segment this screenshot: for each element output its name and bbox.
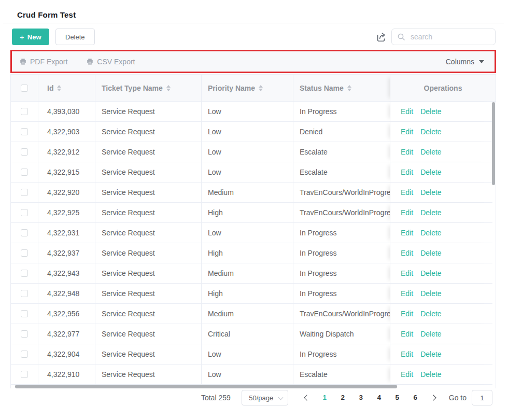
edit-link[interactable]: Edit: [401, 269, 413, 277]
page-number-1[interactable]: 1: [316, 390, 334, 405]
cell-select: [11, 102, 38, 121]
columns-dropdown[interactable]: Columns: [446, 58, 487, 66]
row-checkbox[interactable]: [21, 169, 28, 176]
edit-link[interactable]: Edit: [401, 370, 413, 379]
header-cell-id[interactable]: Id: [38, 75, 95, 101]
header-label-operations: Operations: [424, 84, 462, 92]
header-label-priority: Priority Name: [208, 84, 255, 92]
header-cell-ticket-type[interactable]: Ticket Type Name: [95, 75, 202, 101]
edit-link[interactable]: Edit: [401, 350, 413, 358]
edit-link[interactable]: Edit: [401, 289, 413, 298]
delete-link[interactable]: Delete: [420, 269, 441, 277]
next-page-button[interactable]: [427, 396, 440, 400]
row-checkbox[interactable]: [21, 249, 28, 257]
edit-link[interactable]: Edit: [401, 330, 413, 338]
delete-link[interactable]: Delete: [420, 310, 441, 318]
row-checkbox[interactable]: [21, 351, 28, 358]
edit-link[interactable]: Edit: [401, 168, 413, 176]
select-all-checkbox[interactable]: [21, 85, 28, 92]
cell-id: 4,322,931: [38, 223, 95, 243]
row-checkbox[interactable]: [21, 128, 28, 135]
page-number-2[interactable]: 2: [334, 390, 352, 405]
delete-link[interactable]: Delete: [420, 229, 441, 237]
cell-id: 4,322,920: [38, 183, 95, 202]
row-checkbox[interactable]: [21, 270, 28, 277]
row-checkbox[interactable]: [21, 108, 28, 115]
edit-link[interactable]: Edit: [401, 310, 413, 318]
new-button[interactable]: + New: [12, 29, 49, 45]
cell-select: [11, 162, 38, 182]
share-button[interactable]: [375, 31, 387, 43]
cell-ticket-type: Service Request: [95, 102, 202, 121]
delete-link[interactable]: Delete: [420, 168, 441, 176]
edit-link[interactable]: Edit: [401, 249, 413, 257]
row-checkbox[interactable]: [21, 310, 28, 317]
delete-link[interactable]: Delete: [420, 370, 441, 379]
delete-link[interactable]: Delete: [420, 107, 441, 116]
delete-link[interactable]: Delete: [420, 350, 441, 358]
table-row: 4,322,915 Service Request Low Escalate E…: [11, 162, 492, 183]
sort-icon[interactable]: [259, 85, 263, 91]
cell-select: [11, 324, 38, 344]
row-checkbox[interactable]: [21, 229, 28, 236]
delete-link[interactable]: Delete: [420, 289, 441, 298]
pdf-export-label: PDF Export: [30, 58, 67, 66]
cell-priority: Low: [202, 365, 293, 384]
cell-ticket-type: Service Request: [95, 304, 202, 324]
table-row: 4,322,977 Service Request Critical Waiti…: [11, 324, 492, 344]
row-checkbox[interactable]: [21, 209, 28, 216]
delete-link[interactable]: Delete: [420, 330, 441, 338]
sort-icon[interactable]: [57, 85, 61, 91]
delete-button[interactable]: Delete: [55, 29, 95, 45]
actions-toolbar: + New Delete: [12, 29, 496, 45]
prev-page-button[interactable]: [300, 396, 314, 400]
cell-operations: Edit Delete: [390, 183, 492, 202]
cell-priority: Low: [202, 344, 293, 364]
page-number-6[interactable]: 6: [406, 390, 425, 405]
delete-link[interactable]: Delete: [420, 188, 441, 197]
sort-icon[interactable]: [166, 85, 171, 91]
cell-ticket-type: Service Request: [95, 263, 202, 283]
delete-link[interactable]: Delete: [420, 148, 441, 156]
search-input[interactable]: [410, 32, 490, 41]
goto-page-input[interactable]: [472, 390, 492, 405]
csv-export-button[interactable]: CSV Export: [87, 58, 135, 66]
cell-id: 4,322,915: [38, 162, 95, 182]
edit-link[interactable]: Edit: [401, 128, 413, 136]
edit-link[interactable]: Edit: [401, 229, 413, 237]
edit-link[interactable]: Edit: [401, 188, 413, 197]
cell-select: [11, 304, 38, 324]
row-checkbox[interactable]: [21, 330, 28, 338]
header-cell-operations: Operations: [390, 75, 496, 101]
edit-link[interactable]: Edit: [401, 148, 413, 156]
row-checkbox[interactable]: [21, 371, 28, 378]
delete-link[interactable]: Delete: [420, 249, 441, 257]
pdf-export-button[interactable]: PDF Export: [20, 58, 67, 66]
row-checkbox[interactable]: [21, 189, 28, 196]
page-number-list: 123456: [316, 390, 425, 405]
page-number-3[interactable]: 3: [352, 390, 370, 405]
header-cell-priority[interactable]: Priority Name: [202, 75, 293, 101]
cell-ticket-type: Service Request: [95, 142, 202, 162]
vertical-scrollbar[interactable]: [492, 102, 495, 185]
cell-select: [11, 142, 38, 162]
cell-status: TravEnCours/WorldInProgre: [293, 203, 390, 222]
page-number-5[interactable]: 5: [388, 390, 406, 405]
cell-select: [11, 284, 38, 303]
page-size-select[interactable]: 50/page: [242, 390, 288, 405]
page-number-4[interactable]: 4: [370, 390, 388, 405]
cell-id: 4,322,904: [38, 344, 95, 364]
cell-priority: High: [202, 203, 293, 222]
sort-icon[interactable]: [347, 85, 351, 91]
row-checkbox[interactable]: [21, 290, 28, 297]
search-icon: [397, 33, 405, 41]
delete-link[interactable]: Delete: [420, 128, 441, 136]
edit-link[interactable]: Edit: [401, 208, 413, 217]
delete-link[interactable]: Delete: [420, 208, 441, 217]
edit-link[interactable]: Edit: [401, 107, 413, 116]
cell-status: In Progress: [293, 102, 390, 121]
row-checkbox[interactable]: [21, 148, 28, 156]
horizontal-scrollbar[interactable]: [15, 385, 397, 388]
header-label-ticket-type: Ticket Type Name: [102, 84, 163, 92]
header-cell-status[interactable]: Status Name: [293, 75, 390, 101]
